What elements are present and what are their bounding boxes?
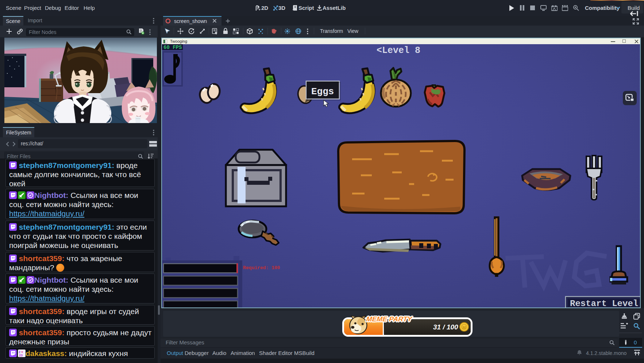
svg-text:<Level 8: <Level 8 xyxy=(377,45,420,56)
svg-text:Required: 100: Required: 100 xyxy=(243,265,280,271)
svg-text:Eggs: Eggs xyxy=(311,86,334,97)
svg-text:60 FPS: 60 FPS xyxy=(163,45,182,50)
svg-text:23: 23 xyxy=(19,354,23,357)
svg-text:Restart Level: Restart Level xyxy=(570,299,638,307)
